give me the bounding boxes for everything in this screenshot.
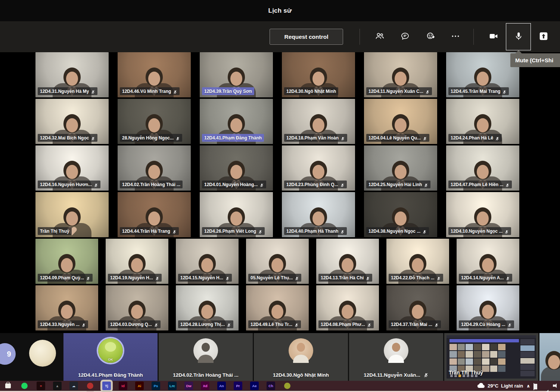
mic-muted-icon — [295, 276, 299, 280]
file-explorer-icon[interactable] — [4, 382, 12, 390]
participants-button[interactable] — [370, 26, 389, 47]
screen-share-tile[interactable]: Trần Thị Thuỷ — [444, 333, 538, 381]
weather-widget[interactable]: 29°C Light rain — [477, 383, 523, 389]
mute-button[interactable] — [506, 23, 531, 50]
taskbar-apps: ≡▲☁TjIdAiPsLrcDwXdAnPrAeCh — [0, 382, 292, 390]
cloud-app-icon[interactable]: ☁ — [69, 382, 78, 390]
video-tile[interactable]: 12D4.16.Nguyễn Hươn... — [35, 145, 109, 191]
camera-button[interactable] — [484, 26, 503, 47]
spotify-icon[interactable] — [20, 382, 29, 390]
participant-name-label: 12D4.46.Vũ Minh Trang — [120, 87, 180, 95]
avatar: OK — [98, 338, 123, 363]
more-options-button[interactable] — [446, 26, 465, 47]
video-tile[interactable]: 12D4.32.Mai Bích Ngọc — [35, 99, 109, 144]
video-tile[interactable]: 12D4.22.Đỗ Thạch ... — [386, 239, 449, 284]
animate-icon[interactable]: An — [217, 382, 226, 390]
participant-name: 12D4.31.Nguyễn Hà My — [40, 89, 89, 94]
weather-temp: 29°C — [488, 383, 498, 389]
video-tile[interactable]: 12D4.40.Phạm Hà Thanh — [282, 192, 355, 237]
dreamweaver-icon[interactable]: Dw — [184, 382, 193, 390]
reactions-button[interactable] — [421, 26, 441, 47]
network-icon[interactable] — [543, 383, 550, 389]
video-tile[interactable]: 12D4.41.Phạm Đăng Thành — [200, 99, 273, 144]
teams-icon[interactable]: Tj — [102, 382, 111, 390]
volume-icon[interactable] — [553, 383, 559, 389]
video-tile[interactable]: 12D4.28.Lương Thị... — [176, 285, 239, 330]
video-tile[interactable]: 28.Nguyễn Hồng Ngọc... — [118, 99, 191, 144]
participant-name-label: 12D4.15.Nguyễn H... — [178, 274, 232, 282]
aftereffects-icon[interactable]: Ae — [250, 382, 259, 390]
video-tile[interactable]: 12D4.25.Nguyễn Hải Linh — [364, 145, 437, 191]
video-tile[interactable]: 12D4.46.Vũ Minh Trang — [118, 52, 191, 97]
strip-participant-tile[interactable]: OK 12D4.41.Phạm Đăng Thành — [63, 333, 158, 381]
video-tile[interactable]: 12D4.33.Nguyễn ... — [35, 285, 98, 330]
video-tile[interactable]: 05.Nguyễn Lê Thụ... — [246, 239, 309, 284]
strip-participant-tile[interactable]: 12D4.30.Ngô Nhật Minh — [254, 333, 348, 381]
red-app-icon[interactable]: ≡ — [37, 382, 45, 390]
video-tile[interactable]: 12D4.39.Trần Quý Sơn — [200, 52, 273, 97]
video-tile[interactable]: 12D4.18.Phạm Văn Hoàn — [282, 99, 355, 144]
weather-cloud-icon — [477, 383, 485, 389]
participant-name: 12D4.44.Trần Hà Trang — [122, 229, 170, 234]
dark-app-icon[interactable]: ▲ — [53, 382, 62, 390]
video-tile[interactable]: 12D4.14.Nguyễn A... — [457, 239, 519, 284]
video-tile[interactable]: 12D4.04.Lê Nguyễn Qu... — [364, 99, 437, 144]
strip-participant-tile[interactable] — [539, 333, 560, 381]
video-tile[interactable]: 12D4.47.Phạm Lê Hiền ... — [446, 145, 519, 191]
character-animator-icon[interactable]: Ch — [267, 382, 275, 390]
share-icon — [539, 31, 548, 42]
participant-name-label: 12D4.32.Mai Bích Ngọc — [38, 134, 97, 142]
share-tray-button[interactable] — [534, 26, 553, 47]
illustrator-icon[interactable]: Ai — [135, 382, 144, 390]
participants-strip: 9 OK 12D4.41.Phạm Đăng Thành 12D4.02.Trầ… — [0, 333, 560, 381]
video-tile[interactable]: 12D4.13.Trần Hà Chi — [316, 239, 379, 284]
video-tile[interactable]: 12D4.44.Trần Hà Trang — [118, 192, 191, 237]
video-tile[interactable]: 12D4.26.Phạm Viết Long — [200, 192, 273, 237]
video-tile[interactable]: 12D4.31.Nguyễn Hà My — [35, 52, 109, 97]
indesign-icon[interactable]: Id — [119, 382, 127, 390]
video-tile[interactable]: 12D4.11.Nguyễn Xuân C... — [364, 52, 437, 97]
video-tile[interactable]: 12D4.09.Phạm Quỳ... — [35, 239, 98, 284]
strip-participant-tile[interactable]: 12D4.02.Trần Hoàng Thái ... — [159, 333, 253, 381]
video-tile[interactable]: 12D4.24.Phan Hà Lê — [446, 99, 519, 144]
video-tile[interactable]: 12D4.37.Trần Mai ... — [386, 285, 449, 330]
overflow-count-badge[interactable]: 9 — [0, 343, 16, 365]
avatar[interactable] — [29, 340, 56, 367]
video-tile[interactable]: 12D4.49.Lê Thu Tr... — [246, 285, 309, 330]
video-grid-row: Trần Thị Thuỷ 12D4.44.Trần Hà Trang — [35, 192, 519, 237]
strip-participant-tile[interactable]: 12D4.11.Nguyễn Xuân... — [349, 333, 443, 381]
photoshop-icon[interactable]: Ps — [152, 382, 160, 390]
request-control-button[interactable]: Request control — [270, 29, 343, 45]
lightroom-icon[interactable]: Lrc — [168, 382, 177, 390]
tray-chevron-icon[interactable]: ∧ — [526, 383, 530, 389]
chat-button[interactable] — [395, 26, 415, 47]
battery-icon[interactable] — [533, 383, 540, 389]
video-tile[interactable]: 12D4.15.Nguyễn H... — [176, 239, 239, 284]
participant-name-label: 12D4.13.Trần Hà Chi — [318, 274, 372, 282]
record-app-icon[interactable] — [86, 382, 94, 390]
mic-muted-icon — [504, 229, 509, 233]
video-tile[interactable]: 12D4.10.Nguyễn Ngọc ... — [446, 192, 519, 237]
video-tile[interactable]: 12D4.29.Cù Hoàng ... — [457, 285, 519, 330]
participant-silhouette — [539, 349, 560, 381]
weather-label: Light rain — [501, 383, 523, 389]
video-tile[interactable]: 12D4.19.Nguyễn H... — [106, 239, 168, 284]
video-tile[interactable]: 12D4.38.Nguyễn Ngọc ... — [364, 192, 437, 237]
video-tile[interactable]: 12D4.45.Trần Mai Trang — [446, 52, 519, 97]
participant-name-label: 12D4.11.Nguyễn Xuân C... — [366, 87, 432, 95]
video-tile[interactable]: 12D4.23.Phùng Đình Q... — [282, 145, 355, 191]
video-tile[interactable]: 12D4.03.Dương Q... — [106, 285, 168, 330]
green-app-icon[interactable] — [283, 382, 292, 390]
video-tile[interactable]: 12D4.30.Ngô Nhật Minh — [282, 52, 355, 97]
participant-name: 12D4.10.Nguyễn Ngọc ... — [451, 229, 503, 234]
participant-name: 12D4.08.Phạm Phư... — [321, 322, 365, 327]
participant-name: 12D4.41.Phạm Đăng Thành — [204, 135, 262, 141]
mic-muted-icon — [91, 136, 95, 140]
video-tile[interactable]: 12D4.08.Phạm Phư... — [316, 285, 379, 330]
video-tile[interactable]: 12D4.01.Nguyễn Hoàng... — [200, 145, 273, 191]
video-tile[interactable]: 12D4.02.Trần Hoàng Thái ... — [118, 145, 191, 191]
video-tile[interactable]: Trần Thị Thuỷ — [35, 192, 109, 237]
premiere-icon[interactable]: Pr — [234, 382, 242, 390]
xd-icon[interactable]: Xd — [201, 382, 209, 390]
participant-name-label: 12D4.40.Phạm Hà Thanh — [284, 227, 347, 235]
